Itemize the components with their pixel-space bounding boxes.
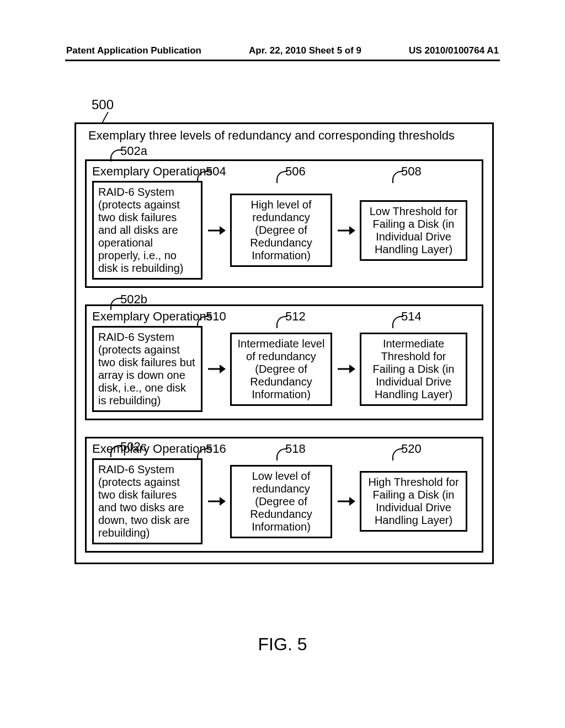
ops-group-b: Exemplary Operations 510 512 514 RAID-6 … <box>85 304 483 420</box>
figure-caption: FIG. 5 <box>0 634 565 655</box>
outer-title: Exemplary three levels of redundancy and… <box>88 129 483 143</box>
arrow-icon <box>338 230 354 231</box>
row-c: RAID-6 System (protects against two disk… <box>92 458 476 544</box>
arrow-icon <box>208 501 225 502</box>
header-right: US 2010/0100764 A1 <box>409 45 499 56</box>
arrow-icon <box>338 368 354 370</box>
ref-510: 510 <box>206 309 226 324</box>
row-a: RAID-6 System (protects against two disk… <box>92 181 476 280</box>
cell-b-mid: Intermediate level of redundancy (Degree… <box>230 333 332 406</box>
cell-b-right: Intermediate Threshold for Failing a Dis… <box>360 333 467 406</box>
arrow-icon <box>338 501 354 502</box>
header-left: Patent Application Publication <box>66 45 201 56</box>
ref-514: 514 <box>401 309 422 324</box>
ref-518: 518 <box>285 442 306 456</box>
header-rule <box>65 60 500 61</box>
cell-c-right: High Threshold for Failing a Disk (in In… <box>360 471 467 532</box>
cell-c-mid: Low level of redundancy (Degree of Redun… <box>230 465 332 538</box>
cell-a-mid: High level of redundancy (Degree of Redu… <box>230 194 332 267</box>
row-b: RAID-6 System (protects against two disk… <box>92 326 476 412</box>
cell-b-left: RAID-6 System (protects against two disk… <box>92 326 202 412</box>
ops-group-c: Exemplary Operations 516 518 520 RAID-6 … <box>85 437 483 553</box>
arrow-icon <box>208 368 225 370</box>
ref-506: 506 <box>285 164 306 179</box>
cell-c-left: RAID-6 System (protects against two disk… <box>92 458 202 544</box>
ref-502a: 502a <box>120 144 147 158</box>
header-center: Apr. 22, 2010 Sheet 5 of 9 <box>249 45 361 56</box>
ref-500: 500 <box>92 97 114 113</box>
ref-512: 512 <box>285 309 306 324</box>
ref-520: 520 <box>401 442 422 456</box>
cell-a-right: Low Threshold for Failing a Disk (in Ind… <box>360 200 467 261</box>
ref-508: 508 <box>401 164 422 179</box>
ref-516: 516 <box>206 442 226 456</box>
outer-box: Exemplary three levels of redundancy and… <box>74 122 494 564</box>
cell-a-left: RAID-6 System (protects against two disk… <box>92 181 202 280</box>
ref-504: 504 <box>206 164 226 179</box>
page-header: Patent Application Publication Apr. 22, … <box>66 45 499 56</box>
ops-group-a: Exemplary Operations 504 506 508 RAID-6 … <box>85 159 483 288</box>
arrow-icon <box>208 230 225 231</box>
